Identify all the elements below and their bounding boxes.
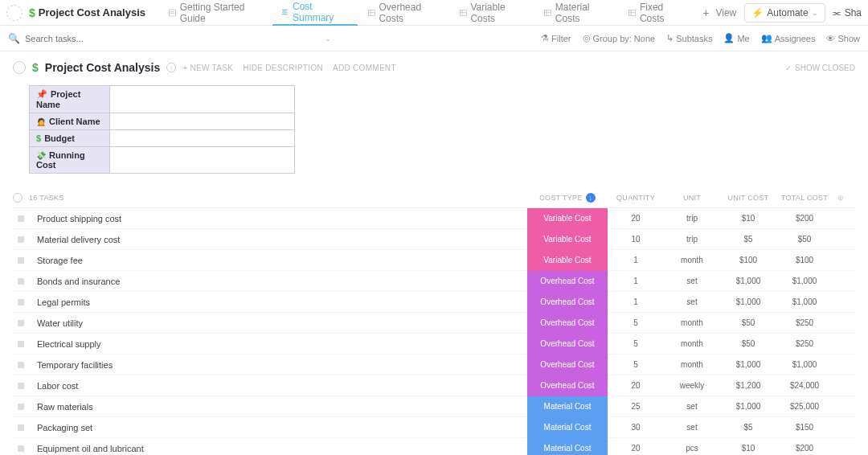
unit-cost-cell[interactable]: $50 bbox=[720, 318, 776, 327]
unit-cost-cell[interactable]: $100 bbox=[720, 256, 776, 264]
hide-description-button[interactable]: HIDE DESCRIPTION bbox=[243, 64, 323, 72]
task-status[interactable] bbox=[13, 341, 29, 347]
cost-type-badge[interactable]: Variable Cost bbox=[527, 208, 608, 229]
unit-cell[interactable]: trip bbox=[664, 235, 720, 244]
unit-cell[interactable]: set bbox=[664, 277, 720, 285]
col-cost-type[interactable]: COST TYPE↓ bbox=[527, 193, 608, 203]
task-name[interactable]: Storage fee bbox=[29, 256, 527, 265]
filter-button[interactable]: ⚗Filter bbox=[541, 33, 571, 43]
tab-cost-summary[interactable]: Cost Summary bbox=[272, 0, 357, 26]
automate-button[interactable]: ⚡Automate⌄ bbox=[744, 3, 825, 23]
total-cost-cell[interactable]: $50 bbox=[776, 235, 833, 244]
tab-variable[interactable]: Variable Costs bbox=[451, 0, 534, 26]
unit-cost-cell[interactable]: $10 bbox=[720, 214, 776, 223]
status-circle-icon[interactable] bbox=[13, 61, 26, 74]
search-dropdown-icon[interactable]: ⌄ bbox=[325, 34, 331, 43]
task-name[interactable]: Product shipping cost bbox=[29, 214, 527, 223]
total-cost-cell[interactable]: $250 bbox=[776, 318, 833, 327]
unit-cost-cell[interactable]: $50 bbox=[720, 339, 776, 348]
task-status[interactable] bbox=[13, 278, 29, 285]
info-icon[interactable]: i bbox=[166, 63, 176, 72]
task-name[interactable]: Material delivery cost bbox=[29, 235, 527, 244]
task-status[interactable] bbox=[13, 299, 29, 305]
show-closed-button[interactable]: ✓SHOW CLOSED bbox=[785, 64, 855, 72]
unit-cell[interactable]: set bbox=[664, 402, 720, 411]
project-title[interactable]: Project Cost Analysis bbox=[39, 6, 145, 18]
task-name[interactable]: Labor cost bbox=[29, 381, 527, 391]
project-name-value[interactable] bbox=[110, 86, 295, 113]
task-row[interactable]: Bonds and insuranceOverhead Cost1set$1,0… bbox=[13, 271, 855, 292]
task-status[interactable] bbox=[13, 383, 29, 389]
assignees-button[interactable]: 👥Assignees bbox=[761, 33, 816, 43]
quantity-cell[interactable]: 25 bbox=[608, 402, 664, 411]
new-task-button[interactable]: + NEW TASK bbox=[182, 64, 233, 72]
total-cost-cell[interactable]: $150 bbox=[776, 423, 833, 432]
unit-cell[interactable]: month bbox=[664, 256, 720, 264]
total-cost-cell[interactable]: $250 bbox=[776, 339, 833, 348]
task-row[interactable]: Raw materialsMaterial Cost25set$1,000$25… bbox=[13, 396, 855, 417]
total-cost-cell[interactable]: $1,000 bbox=[776, 277, 833, 285]
select-all-icon[interactable] bbox=[13, 193, 23, 203]
task-status[interactable] bbox=[13, 236, 29, 243]
task-status[interactable] bbox=[13, 215, 29, 222]
unit-cell[interactable]: set bbox=[664, 423, 720, 432]
col-unit-cost[interactable]: UNIT COST bbox=[720, 194, 776, 202]
tab-fixed[interactable]: Fixed Costs bbox=[620, 0, 693, 26]
cost-type-badge[interactable]: Variable Cost bbox=[527, 229, 608, 250]
unit-cost-cell[interactable]: $1,000 bbox=[720, 360, 776, 369]
share-button[interactable]: ⫘Sha bbox=[832, 7, 862, 18]
add-column-button[interactable]: ⊕ bbox=[833, 194, 849, 202]
task-name[interactable]: Electrical supply bbox=[29, 339, 527, 349]
task-row[interactable]: Legal permitsOverhead Cost1set$1,000$1,0… bbox=[13, 292, 855, 313]
search-input[interactable] bbox=[25, 34, 105, 43]
unit-cell[interactable]: month bbox=[664, 360, 720, 369]
task-row[interactable]: Product shipping costVariable Cost20trip… bbox=[13, 208, 855, 229]
running-cost-value[interactable] bbox=[110, 147, 295, 174]
tab-getting-started[interactable]: Getting Started Guide bbox=[160, 0, 271, 26]
col-unit[interactable]: UNIT bbox=[664, 194, 720, 202]
quantity-cell[interactable]: 20 bbox=[608, 214, 664, 223]
task-status[interactable] bbox=[13, 320, 29, 326]
unit-cost-cell[interactable]: $1,000 bbox=[720, 402, 776, 411]
quantity-cell[interactable]: 10 bbox=[608, 235, 664, 244]
cost-type-badge[interactable]: Overhead Cost bbox=[527, 292, 608, 313]
quantity-cell[interactable]: 1 bbox=[608, 297, 664, 306]
unit-cell[interactable]: set bbox=[664, 297, 720, 306]
task-status[interactable] bbox=[13, 404, 29, 410]
task-name[interactable]: Temporary facilities bbox=[29, 360, 527, 370]
task-name[interactable]: Packaging set bbox=[29, 423, 527, 432]
task-row[interactable]: Equipment oil and lubricantMaterial Cost… bbox=[13, 438, 855, 455]
search-wrap[interactable]: 🔍 bbox=[8, 33, 121, 44]
unit-cell[interactable]: pcs bbox=[664, 444, 720, 453]
unit-cell[interactable]: trip bbox=[664, 214, 720, 223]
quantity-cell[interactable]: 20 bbox=[608, 444, 664, 453]
budget-value[interactable] bbox=[110, 130, 295, 147]
cost-type-badge[interactable]: Material Cost bbox=[527, 438, 608, 456]
total-cost-cell[interactable]: $25,000 bbox=[776, 402, 833, 411]
total-cost-cell[interactable]: $1,000 bbox=[776, 360, 833, 369]
total-cost-cell[interactable]: $200 bbox=[776, 444, 833, 453]
task-row[interactable]: Water utilityOverhead Cost5month$50$250 bbox=[13, 313, 855, 334]
total-cost-cell[interactable]: $200 bbox=[776, 214, 833, 223]
unit-cell[interactable]: month bbox=[664, 339, 720, 348]
unit-cell[interactable]: weekly bbox=[664, 381, 720, 390]
task-row[interactable]: Electrical supplyOverhead Cost5month$50$… bbox=[13, 334, 855, 355]
cost-type-badge[interactable]: Material Cost bbox=[527, 417, 608, 438]
show-button[interactable]: 👁Show bbox=[826, 34, 860, 43]
quantity-cell[interactable]: 5 bbox=[608, 360, 664, 369]
cost-type-badge[interactable]: Overhead Cost bbox=[527, 375, 608, 396]
cost-type-badge[interactable]: Variable Cost bbox=[527, 250, 608, 271]
cost-type-badge[interactable]: Overhead Cost bbox=[527, 313, 608, 334]
quantity-cell[interactable]: 20 bbox=[608, 381, 664, 390]
col-total-cost[interactable]: TOTAL COST bbox=[776, 194, 833, 202]
tab-material[interactable]: Material Costs bbox=[535, 0, 618, 26]
cost-type-badge[interactable]: Overhead Cost bbox=[527, 355, 608, 375]
unit-cell[interactable]: month bbox=[664, 318, 720, 327]
me-button[interactable]: 👤Me bbox=[723, 33, 749, 43]
task-status[interactable] bbox=[13, 362, 29, 368]
quantity-cell[interactable]: 1 bbox=[608, 277, 664, 285]
tab-overhead[interactable]: Overhead Costs bbox=[359, 0, 449, 26]
quantity-cell[interactable]: 1 bbox=[608, 256, 664, 264]
task-status[interactable] bbox=[13, 424, 29, 431]
col-quantity[interactable]: QUANTITY bbox=[608, 194, 664, 202]
